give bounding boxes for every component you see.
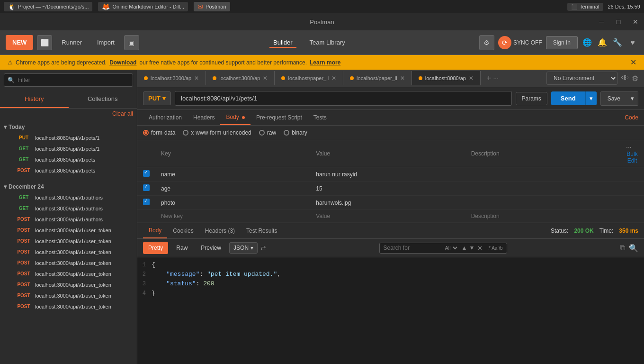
tab-collections[interactable]: Collections: [69, 91, 137, 108]
import-button[interactable]: Import: [91, 36, 120, 49]
new-desc-input[interactable]: [471, 213, 615, 219]
bell-icon[interactable]: 🔔: [597, 37, 608, 48]
sync-button[interactable]: ⟳ SYNC OFF: [498, 36, 542, 49]
format-select[interactable]: JSON ▾: [229, 242, 258, 254]
resp-tab-cookies[interactable]: Cookies: [167, 224, 199, 238]
list-item[interactable]: POST localhost:3000/api/v1/user_token: [4, 246, 133, 257]
send-button[interactable]: Send: [551, 91, 585, 105]
filter-input[interactable]: [4, 73, 133, 87]
tab-close-button[interactable]: ✕: [331, 75, 336, 82]
list-item[interactable]: POST localhost:3000/api/v1/authors: [4, 214, 133, 225]
new-value-input[interactable]: [316, 213, 459, 219]
tab-body[interactable]: Body: [220, 110, 250, 125]
list-item[interactable]: POST localhost:3000/api/v1/user_token: [4, 279, 133, 290]
env-select[interactable]: No Environment: [546, 72, 617, 85]
list-item[interactable]: POST localhost:3000/api/v1/user_token: [4, 290, 133, 301]
eye-icon[interactable]: 👁: [621, 74, 629, 82]
add-tab-button[interactable]: +: [484, 73, 493, 83]
section-today-header[interactable]: ▾ Today: [4, 122, 133, 132]
search-close-button[interactable]: ✕: [477, 245, 483, 252]
raw-option[interactable]: raw: [259, 129, 276, 136]
wrench-icon[interactable]: 🔧: [612, 37, 623, 48]
taskbar-item-project[interactable]: 🐧 Project — ~/Documents/go/s...: [4, 2, 92, 11]
save-button[interactable]: Save: [600, 91, 627, 106]
bulk-edit-button[interactable]: Bulk Edit: [626, 151, 638, 164]
search-icon[interactable]: 🔍: [629, 244, 638, 253]
tab-tests[interactable]: Tests: [308, 110, 332, 125]
tab-headers[interactable]: Headers: [188, 110, 220, 125]
learn-more-link[interactable]: Learn more: [310, 59, 340, 66]
preview-button[interactable]: Preview: [196, 242, 226, 254]
wrap-icon[interactable]: ⇄: [260, 244, 266, 252]
settings-env-icon[interactable]: ⚙: [632, 74, 638, 83]
tab-history[interactable]: History: [0, 91, 69, 108]
binary-option[interactable]: binary: [284, 129, 307, 136]
list-item[interactable]: GET localhost:8080/api/v1/pets/1: [4, 143, 133, 154]
builder-nav[interactable]: Builder: [269, 37, 296, 48]
runner-button[interactable]: Runner: [56, 36, 88, 49]
resp-tab-headers[interactable]: Headers (3): [199, 224, 241, 238]
save-dropdown-button[interactable]: ▾: [627, 91, 638, 106]
copy-icon[interactable]: ⧉: [620, 244, 625, 253]
form-data-option[interactable]: form-data: [143, 129, 175, 136]
taskbar-terminal[interactable]: ⬛ Terminal: [567, 3, 603, 11]
resp-tab-body[interactable]: Body: [143, 223, 167, 238]
row-checkbox[interactable]: [143, 184, 150, 191]
taskbar-item-markdown[interactable]: 🦊 Online Markdown Editor - Dill...: [98, 2, 188, 11]
raw-button[interactable]: Raw: [171, 242, 193, 254]
resp-tab-test-results[interactable]: Test Results: [241, 224, 283, 238]
tab-close-button[interactable]: ✕: [400, 75, 405, 82]
layout-icon[interactable]: ⬜: [37, 35, 52, 50]
heart-icon[interactable]: ♥: [627, 37, 638, 48]
warning-close-button[interactable]: ✕: [630, 58, 636, 67]
list-item[interactable]: GET localhost:3000/api/v1/authors: [4, 192, 133, 203]
code-link[interactable]: Code: [625, 114, 638, 121]
download-link[interactable]: Download: [109, 59, 136, 66]
list-item[interactable]: POST localhost:8080/api/v1/pets: [4, 165, 133, 176]
search-prev-button[interactable]: ▲: [462, 245, 467, 251]
settings-icon[interactable]: ⚙: [479, 35, 494, 50]
new-button[interactable]: NEW: [6, 35, 33, 50]
list-item[interactable]: POST localhost:3000/api/v1/user_token: [4, 257, 133, 268]
send-dropdown-button[interactable]: ▾: [585, 91, 597, 105]
tab-prerequest[interactable]: Pre-request Script: [250, 110, 308, 125]
list-item[interactable]: PUT localhost:8080/api/v1/pets/1: [4, 132, 133, 143]
list-item[interactable]: GET localhost:3000/api/v1/authors: [4, 203, 133, 214]
maximize-button[interactable]: □: [610, 13, 627, 30]
search-type-select[interactable]: All: [443, 245, 459, 251]
close-button[interactable]: ✕: [627, 13, 644, 30]
tab-item-active[interactable]: localhost:8080/ap ✕: [412, 71, 481, 85]
tab-close-button[interactable]: ✕: [469, 75, 474, 82]
list-item[interactable]: POST localhost:3000/api/v1/user_token: [4, 301, 133, 312]
tab-authorization[interactable]: Authorization: [143, 110, 188, 125]
pretty-button[interactable]: Pretty: [143, 242, 168, 254]
sign-in-button[interactable]: Sign In: [546, 36, 578, 49]
globe-icon[interactable]: 🌐: [581, 37, 593, 48]
search-input[interactable]: [384, 245, 440, 251]
tab-close-button[interactable]: ✕: [263, 75, 268, 82]
tab-item[interactable]: localhost:3000/ap ✕: [206, 71, 275, 85]
minimize-button[interactable]: ─: [593, 13, 610, 30]
row-checkbox[interactable]: [143, 170, 150, 177]
tab-item[interactable]: localhost/paper_ii ✕: [343, 71, 412, 85]
tab-close-button[interactable]: ✕: [194, 75, 199, 82]
section-december-header[interactable]: ▾ December 24: [4, 182, 133, 192]
team-library-nav[interactable]: Team Library: [306, 37, 349, 48]
method-select[interactable]: PUT ▾: [143, 91, 171, 105]
tab-item[interactable]: localhost/paper_ii ✕: [275, 71, 343, 85]
params-button[interactable]: Params: [516, 92, 547, 105]
new-key-input[interactable]: [161, 213, 304, 219]
layout2-icon[interactable]: ▣: [124, 35, 139, 50]
taskbar-item-postman[interactable]: ✉ Postman: [194, 2, 230, 11]
row-checkbox[interactable]: [143, 199, 150, 205]
list-item[interactable]: POST localhost:3000/api/v1/user_token: [4, 268, 133, 279]
clear-all-button[interactable]: Clear all: [112, 110, 133, 117]
urlencoded-option[interactable]: x-www-form-urlencoded: [183, 129, 251, 136]
more-tabs-button[interactable]: ···: [493, 74, 499, 82]
more-options-button[interactable]: ···: [626, 143, 632, 151]
list-item[interactable]: POST localhost:3000/api/v1/user_token: [4, 236, 133, 246]
tab-item[interactable]: localhost:3000/ap ✕: [137, 71, 206, 85]
list-item[interactable]: GET localhost:8080/api/v1/pets: [4, 154, 133, 165]
list-item[interactable]: POST localhost:3000/api/v1/user_token: [4, 225, 133, 236]
search-next-button[interactable]: ▼: [469, 245, 474, 251]
